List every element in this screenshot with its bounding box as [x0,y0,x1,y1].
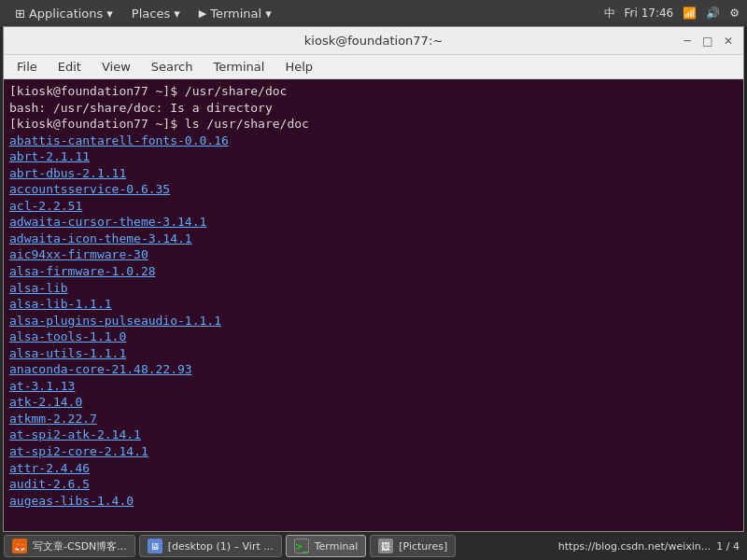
desktop-icon: 🖥 [148,539,162,553]
terminal-line: at-spi2-core-2.14.1 [9,443,738,460]
terminal-line: anaconda-core-21.48.22.93 [9,361,738,378]
terminal-window: kiosk@foundation77:~ ─ □ ✕ File Edit Vie… [3,26,744,532]
window-title: kiosk@foundation77:~ [67,34,680,48]
menu-file[interactable]: File [7,58,47,76]
terminal-line: abattis-cantarell-fonts-0.0.16 [9,133,738,149]
terminal-line: atkmm-2.22.7 [9,411,738,427]
terminal-line: atk-2.14.0 [9,394,738,411]
window-controls: ─ □ ✕ [680,34,736,49]
terminal-line: abrt-dbus-2.1.11 [9,165,738,182]
terminal-line: alsa-utils-1.1.1 [9,345,738,362]
menu-terminal[interactable]: Terminal [204,58,274,76]
datetime-display: Fri 17:46 [625,7,674,20]
terminal-icon-sysbar: ▶ [199,7,206,20]
terminal-line: [kiosk@foundation77 ~]$ /usr/share/doc [9,83,738,100]
terminal-line: acl-2.2.51 [9,198,738,215]
taskbar-terminal-label: Terminal [315,540,359,553]
terminal-line: [kiosk@foundation77 ~]$ ls /usr/share/do… [9,116,738,133]
terminal-arrow-icon: ▾ [265,7,272,21]
menu-edit[interactable]: Edit [49,58,91,76]
taskbar-pictures[interactable]: 🖼 [Pictures] [370,535,456,557]
terminal-line: alsa-lib [9,280,738,297]
terminal-line: adwaita-icon-theme-3.14.1 [9,231,738,247]
terminal-line: alsa-plugins-pulseaudio-1.1.1 [9,313,738,329]
system-bar-left: ⊞ Applications ▾ Places ▾ ▶ Terminal ▾ [7,5,279,22]
applications-label: Applications [29,7,103,21]
places-menu[interactable]: Places ▾ [124,5,188,22]
settings-icon: ⚙ [729,7,740,20]
taskbar-url: https://blog.csdn.net/weixin... [558,540,712,553]
firefox-icon: 🦊 [12,539,27,553]
taskbar-desktop-label: [desktop (1) – Virt ... [168,540,274,553]
menu-help[interactable]: Help [275,58,322,76]
taskbar-page-info: 1 / 4 [716,540,740,553]
terminal-label: Terminal [210,7,261,21]
menu-view[interactable]: View [92,58,140,76]
maximize-button[interactable]: □ [700,34,715,49]
taskbar-firefox-label: 写文章-CSDN博客... [33,539,127,553]
system-bar: ⊞ Applications ▾ Places ▾ ▶ Terminal ▾ 中… [0,0,747,26]
places-label: Places [132,7,170,21]
pictures-icon: 🖼 [378,539,393,553]
terminal-line: alsa-lib-1.1.1 [9,296,738,313]
apps-arrow-icon: ▾ [106,7,113,21]
terminal-line: attr-2.4.46 [9,460,738,477]
menu-search[interactable]: Search [142,58,203,76]
wifi-icon: 📶 [683,7,697,20]
terminal-line: abrt-2.1.11 [9,148,738,165]
terminal-line: augeas-libs-1.4.0 [9,493,738,510]
terminal-line: at-spi2-atk-2.14.1 [9,427,738,443]
terminal-content[interactable]: [kiosk@foundation77 ~]$ /usr/share/docba… [4,79,743,531]
chinese-char: 中 [604,6,615,21]
taskbar: 🦊 写文章-CSDN博客... 🖥 [desktop (1) – Virt ..… [0,532,747,560]
taskbar-right: https://blog.csdn.net/weixin... 1 / 4 [558,540,743,553]
taskbar-terminal[interactable]: >_ Terminal [286,535,367,557]
terminal-line: at-3.1.13 [9,378,738,395]
terminal-line: bash: /usr/share/doc: Is a directory [9,100,738,117]
terminal-line: audit-2.6.5 [9,476,738,493]
terminal-menu[interactable]: ▶ Terminal ▾ [191,5,279,22]
close-button[interactable]: ✕ [721,34,736,49]
applications-menu[interactable]: ⊞ Applications ▾ [7,5,120,22]
taskbar-pictures-label: [Pictures] [399,540,447,553]
terminal-line: alsa-tools-1.1.0 [9,329,738,345]
menu-bar: File Edit View Search Terminal Help [4,55,743,79]
terminal-line: accountsservice-0.6.35 [9,181,738,198]
taskbar-firefox[interactable]: 🦊 写文章-CSDN博客... [4,535,135,557]
taskbar-terminal-icon: >_ [294,539,309,553]
places-arrow-icon: ▾ [174,7,180,21]
apps-icon: ⊞ [15,7,25,21]
terminal-line: adwaita-cursor-theme-3.14.1 [9,214,738,231]
title-bar: kiosk@foundation77:~ ─ □ ✕ [4,27,743,55]
audio-icon: 🔊 [706,7,720,20]
taskbar-desktop[interactable]: 🖥 [desktop (1) – Virt ... [139,535,282,557]
terminal-line: aic94xx-firmware-30 [9,246,738,263]
minimize-button[interactable]: ─ [680,34,695,49]
terminal-line: alsa-firmware-1.0.28 [9,263,738,280]
system-bar-right: 中 Fri 17:46 📶 🔊 ⚙ [604,6,740,21]
